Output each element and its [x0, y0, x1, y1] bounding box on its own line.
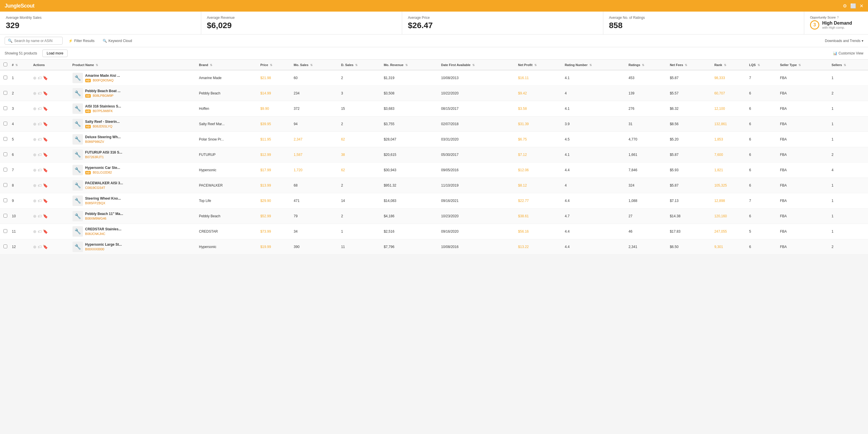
keyword-cloud-button[interactable]: 🔍 Keyword Cloud [100, 37, 134, 44]
product-asin-link[interactable]: B086P986ZV [85, 140, 104, 143]
product-asin-link[interactable]: B08JD5SLYQ [93, 125, 113, 128]
downloads-trends-button[interactable]: Downloads and Trends ▾ [825, 39, 863, 43]
col-net-profit[interactable]: Net Profit ⇅ [516, 60, 562, 70]
add-icon[interactable]: ⊕ [33, 122, 36, 126]
row-rank[interactable]: 120,160 [712, 209, 747, 224]
product-asin-link[interactable]: B085FPZBQX [85, 201, 105, 205]
row-rank[interactable]: 9,301 [712, 239, 747, 255]
bookmark-icon[interactable]: 🔖 [43, 106, 48, 111]
row-checkbox[interactable] [3, 214, 7, 218]
add-icon[interactable]: ⊕ [33, 244, 36, 249]
bookmark-icon[interactable]: 🔖 [43, 137, 48, 142]
product-asin-link[interactable]: B01LOJ2D82 [93, 171, 112, 174]
tag-icon[interactable]: 🏷 [38, 76, 42, 80]
row-rank[interactable]: 1,853 [712, 132, 747, 147]
bookmark-icon[interactable]: 🔖 [43, 91, 48, 96]
add-icon[interactable]: ⊕ [33, 198, 36, 203]
add-icon[interactable]: ⊕ [33, 106, 36, 111]
row-rank[interactable]: 247,055 [712, 224, 747, 239]
row-checkbox[interactable] [3, 153, 7, 156]
col-ratings[interactable]: Ratings ⇅ [626, 60, 668, 70]
help-icon[interactable]: ? [837, 15, 839, 19]
row-rank[interactable]: 98,333 [712, 70, 747, 86]
tag-icon[interactable]: 🏷 [38, 137, 42, 142]
window-icon[interactable]: ⬜ [850, 3, 856, 9]
settings-icon[interactable]: ⚙ [843, 3, 847, 9]
add-icon[interactable]: ⊕ [33, 76, 36, 80]
col-sellers[interactable]: Sellers ⇅ [829, 60, 868, 70]
tag-icon[interactable]: 🏷 [38, 168, 42, 172]
col-net-fees[interactable]: Net Fees ⇅ [668, 60, 712, 70]
product-asin-link[interactable]: B00XXX0000 [85, 247, 104, 251]
tag-icon[interactable]: 🏷 [38, 229, 42, 234]
close-icon[interactable]: ✕ [860, 3, 863, 9]
customize-view-button[interactable]: 📊 Customize View [833, 51, 863, 55]
tag-icon[interactable]: 🏷 [38, 122, 42, 126]
row-rank[interactable]: 105,325 [712, 178, 747, 193]
filter-results-button[interactable]: ⚡ Filter Results [66, 37, 97, 44]
bookmark-icon[interactable]: 🔖 [43, 214, 48, 219]
add-icon[interactable]: ⊕ [33, 214, 36, 219]
add-icon[interactable]: ⊕ [33, 91, 36, 96]
col-product-name[interactable]: Product Name ⇅ [70, 60, 197, 70]
row-checkbox[interactable] [3, 198, 7, 202]
row-rank[interactable]: 132,861 [712, 116, 747, 132]
search-box[interactable]: 🔍 [5, 37, 63, 45]
product-asin-link[interactable]: B08JCNKJHC [85, 232, 105, 236]
bookmark-icon[interactable]: 🔖 [43, 229, 48, 234]
tag-icon[interactable]: 🏷 [38, 244, 42, 249]
search-input[interactable] [14, 39, 59, 43]
row-checkbox[interactable] [3, 229, 7, 233]
product-asin-link[interactable]: B08XM9WG46 [85, 217, 106, 220]
bookmark-icon[interactable]: 🔖 [43, 153, 48, 157]
bookmark-icon[interactable]: 🔖 [43, 122, 48, 126]
add-icon[interactable]: ⊕ [33, 168, 36, 172]
col-mo-sales[interactable]: Mo. Sales ⇅ [291, 60, 339, 70]
row-rank[interactable]: 60,707 [712, 86, 747, 101]
bookmark-icon[interactable]: 🔖 [43, 198, 48, 203]
col-rank[interactable]: Rank ⇅ [712, 60, 747, 70]
row-checkbox[interactable] [3, 122, 7, 126]
add-icon[interactable]: ⊕ [33, 229, 36, 234]
col-rating-number[interactable]: Rating Number ⇅ [562, 60, 626, 70]
add-icon[interactable]: ⊕ [33, 153, 36, 157]
bookmark-icon[interactable]: 🔖 [43, 244, 48, 249]
add-icon[interactable]: ⊕ [33, 183, 36, 188]
add-icon[interactable]: ⊕ [33, 137, 36, 142]
col-num[interactable]: # ⇅ [9, 60, 31, 70]
row-checkbox[interactable] [3, 168, 7, 171]
row-checkbox[interactable] [3, 244, 7, 248]
product-asin-link[interactable]: B07263RJT1 [85, 155, 104, 159]
tag-icon[interactable]: 🏷 [38, 214, 42, 219]
product-asin-link[interactable]: B00FQ9O5AQ [93, 78, 114, 82]
bookmark-icon[interactable]: 🔖 [43, 168, 48, 172]
product-asin-link[interactable]: C0819CGS4T [85, 186, 105, 190]
row-rank[interactable]: 1,821 [712, 163, 747, 178]
tag-icon[interactable]: 🏷 [38, 91, 42, 96]
col-d-sales[interactable]: D. Sales ⇅ [339, 60, 381, 70]
row-checkbox[interactable] [3, 183, 7, 187]
select-all-checkbox[interactable] [3, 63, 7, 66]
col-brand[interactable]: Brand ⇅ [196, 60, 258, 70]
row-checkbox[interactable] [3, 76, 7, 79]
bookmark-icon[interactable]: 🔖 [43, 183, 48, 188]
tag-icon[interactable]: 🏷 [38, 106, 42, 111]
col-mo-revenue[interactable]: Mo. Revenue ⇅ [381, 60, 439, 70]
tag-icon[interactable]: 🏷 [38, 153, 42, 157]
row-checkbox[interactable] [3, 137, 7, 141]
tag-icon[interactable]: 🏷 [38, 198, 42, 203]
tag-icon[interactable]: 🏷 [38, 183, 42, 188]
product-asin-link[interactable]: B07P5JW8FK [93, 109, 113, 113]
col-price[interactable]: Price ⇅ [258, 60, 291, 70]
row-rank[interactable]: 12,100 [712, 101, 747, 116]
col-seller-type[interactable]: Seller Type ⇅ [778, 60, 829, 70]
row-checkbox[interactable] [3, 91, 7, 95]
col-lqs[interactable]: LQS ⇅ [747, 60, 778, 70]
product-asin-link[interactable]: B08LPBGM9P [93, 94, 114, 97]
bookmark-icon[interactable]: 🔖 [43, 76, 48, 80]
row-rank[interactable]: 12,898 [712, 193, 747, 209]
row-checkbox[interactable] [3, 106, 7, 110]
col-date-first[interactable]: Date First Available ⇅ [439, 60, 516, 70]
load-more-button[interactable]: Load more [42, 49, 67, 57]
row-rank[interactable]: 7,600 [712, 147, 747, 163]
